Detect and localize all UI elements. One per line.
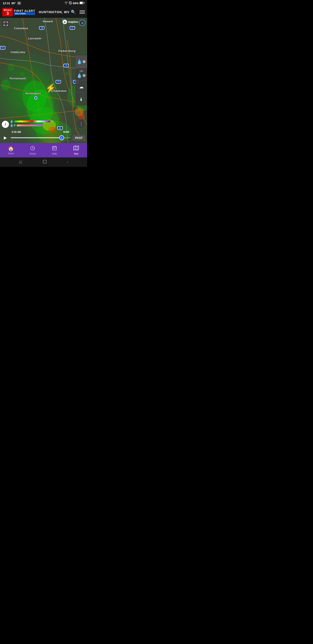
daily-nav-icon — [52, 146, 57, 152]
layer-panel: 💧❄ 24h 💧❄ ☁ 🌡 — [75, 56, 87, 106]
dnd-icon — [69, 1, 72, 5]
thumb-icon: ||| — [61, 137, 62, 139]
24h-layer-btn[interactable]: 24h 💧❄ — [75, 68, 87, 80]
legend-rain-row: 💧 ❄ — [10, 120, 53, 123]
rain-gradient — [14, 120, 50, 122]
user-location-dot — [34, 96, 37, 100]
more-icon: ⋮ — [79, 121, 83, 126]
info-button[interactable]: i — [2, 121, 9, 128]
mapbox-label: mapbox — [68, 20, 78, 24]
info-icon: i — [5, 122, 6, 126]
progress-track[interactable]: ||| — [11, 137, 71, 138]
nav-map[interactable]: Map — [68, 146, 84, 155]
snow-legend-icon: ❄ — [51, 120, 53, 123]
system-navigation: ||| ‹ — [0, 158, 87, 167]
close-icon[interactable]: ✕ — [17, 2, 21, 5]
play-icon: ▶ — [4, 135, 7, 140]
rain-legend-icon: 💧 — [10, 120, 13, 123]
playback-bar: ▶ ||| PAST — [2, 134, 85, 141]
time-label-start: 9:35 AM — [12, 130, 21, 133]
hourly-nav-icon — [30, 146, 35, 152]
cloud-layer-btn[interactable]: ☁ — [75, 80, 87, 93]
logo-first-alert: FIRST ALERT WEATHER — [14, 10, 35, 15]
nav-location[interactable]: HUNTINGTON, WV 🔍 — [39, 10, 76, 14]
nav-home[interactable]: 🏠 Home — [3, 146, 19, 155]
legend: 💧 ❄ 💧❄ — [10, 120, 53, 127]
more-options-button[interactable]: ⋮ — [77, 120, 85, 128]
interstate-77-s: 77 — [56, 80, 61, 84]
interstate-71: 71 — [0, 46, 5, 50]
svg-rect-4 — [84, 2, 84, 3]
hamburger-line-2 — [79, 12, 85, 12]
nav-hourly[interactable]: Hourly — [25, 146, 40, 155]
back-system-icon: ‹ — [67, 160, 68, 164]
progress-fill — [11, 137, 62, 138]
mapbox-attribution: ◎ mapbox — [62, 20, 78, 24]
cloud-icon: ☁ — [79, 84, 83, 90]
24h-label: 24h — [79, 70, 83, 72]
thermometer-icon: 🌡 — [79, 97, 83, 102]
rain-snow-icon: 💧❄ — [77, 59, 86, 64]
snow-gradient — [17, 124, 43, 126]
mixed-legend-icon: 💧❄ — [10, 124, 16, 127]
menu-button[interactable] — [79, 10, 85, 14]
back-system-button[interactable]: ‹ — [67, 160, 68, 164]
hourly-nav-label: Hourly — [29, 152, 36, 155]
expand-map-button[interactable] — [2, 20, 10, 28]
search-icon[interactable]: 🔍 — [71, 10, 76, 14]
status-bar: 12:31 85° ✕ 69% — [0, 0, 87, 6]
progress-thumb[interactable]: ||| — [59, 135, 64, 140]
legend-snow-row: 💧❄ — [10, 124, 53, 127]
battery-icon — [79, 2, 84, 5]
svg-rect-29 — [43, 160, 46, 163]
status-temp: 85° — [11, 2, 16, 5]
svg-line-1 — [69, 2, 71, 4]
home-nav-icon: 🏠 — [8, 146, 14, 152]
map-nav-icon — [73, 146, 79, 152]
svg-rect-26 — [54, 148, 55, 149]
24h-precip-icon: 💧❄ — [77, 73, 86, 78]
logo-first: FIRST ALERT — [14, 10, 35, 12]
hamburger-line-3 — [79, 13, 85, 14]
temperature-layer-btn[interactable]: 🌡 — [75, 93, 87, 106]
home-system-button[interactable] — [43, 160, 47, 165]
interstate-81: 81 — [57, 126, 63, 130]
status-left: 12:31 85° ✕ — [3, 2, 21, 5]
interstate-77-ne: 77 — [70, 26, 75, 30]
logo-weather: WEATHER — [14, 12, 35, 15]
location-button[interactable]: ⊕ — [79, 20, 85, 26]
lightning-icon: ⚡ — [45, 84, 56, 93]
wifi-icon — [64, 2, 68, 5]
svg-rect-3 — [80, 2, 83, 4]
mapbox-logo: ◎ — [62, 20, 67, 24]
logo-num: 3 — [6, 12, 9, 16]
play-button[interactable]: ▶ — [2, 134, 9, 141]
map-nav-label: Map — [74, 152, 78, 155]
location-text: HUNTINGTON, WV — [39, 10, 69, 14]
recent-apps-icon: ||| — [19, 160, 22, 164]
map-container[interactable]: ◎ mapbox ⊕ Newark Columbus Lancaster Chi… — [0, 18, 87, 143]
home-system-icon — [43, 160, 47, 165]
nav-bar: WSAZ 3 FIRST ALERT WEATHER HUNTINGTON, W… — [0, 6, 87, 18]
hamburger-line-1 — [79, 10, 85, 11]
app-logo: WSAZ 3 FIRST ALERT WEATHER — [2, 8, 35, 16]
interstate-70: 70 — [39, 26, 44, 30]
logo-box: WSAZ 3 — [2, 8, 13, 16]
interstate-77-mid: 77 — [63, 64, 69, 67]
past-button[interactable]: PAST — [72, 135, 85, 141]
status-battery: 69% — [73, 2, 79, 5]
status-right: 69% — [64, 1, 84, 5]
svg-rect-25 — [53, 148, 54, 149]
daily-nav-label: Daily — [52, 152, 57, 155]
nav-daily[interactable]: Daily — [47, 146, 62, 155]
home-nav-label: Home — [8, 152, 14, 155]
time-label-now: NOW — [63, 130, 69, 133]
precipitation-layer-btn[interactable]: 💧❄ — [75, 56, 87, 68]
bottom-navigation: 🏠 Home Hourly Daily — [0, 143, 87, 158]
status-time: 12:31 — [3, 2, 10, 5]
recent-apps-button[interactable]: ||| — [19, 160, 22, 164]
